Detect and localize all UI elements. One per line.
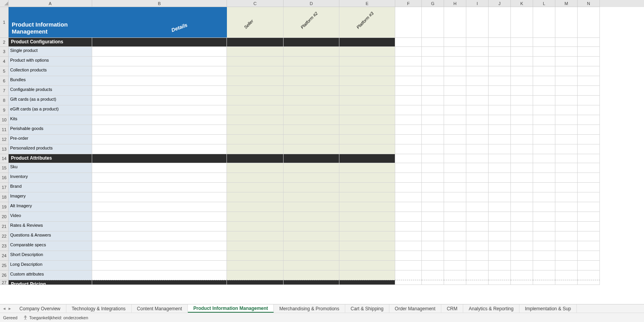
cell[interactable] <box>555 7 578 38</box>
details-cell[interactable] <box>92 115 227 125</box>
cell[interactable] <box>395 96 422 105</box>
platform-cell[interactable] <box>284 202 339 212</box>
cell[interactable] <box>422 202 444 212</box>
cell[interactable] <box>555 280 578 285</box>
platform-cell[interactable] <box>339 183 395 192</box>
cell[interactable] <box>422 212 444 222</box>
platform-cell[interactable] <box>284 125 339 135</box>
cell[interactable] <box>555 115 578 125</box>
details-cell[interactable] <box>92 202 227 212</box>
platform-cell[interactable] <box>227 231 284 241</box>
cell[interactable] <box>489 96 511 105</box>
cell[interactable] <box>511 173 533 183</box>
cell[interactable] <box>511 105 533 115</box>
cell[interactable] <box>511 212 533 222</box>
cell[interactable] <box>395 192 422 202</box>
feature-label[interactable]: Short Description <box>9 251 92 261</box>
cell[interactable] <box>227 154 284 163</box>
cell[interactable] <box>555 105 578 115</box>
feature-label[interactable]: Imagery <box>9 192 92 202</box>
details-cell[interactable] <box>92 144 227 154</box>
cell[interactable] <box>444 241 466 251</box>
cell[interactable] <box>395 231 422 241</box>
cell[interactable] <box>489 47 511 57</box>
cell[interactable] <box>511 241 533 251</box>
cell[interactable] <box>466 231 489 241</box>
platform-cell[interactable] <box>227 144 284 154</box>
feature-label[interactable]: Product with options <box>9 57 92 66</box>
cell[interactable] <box>555 231 578 241</box>
feature-label[interactable]: Sku <box>9 163 92 173</box>
cell[interactable] <box>466 173 489 183</box>
platform-cell[interactable] <box>339 66 395 76</box>
cell[interactable] <box>444 135 466 144</box>
cell[interactable] <box>578 222 600 231</box>
details-cell[interactable] <box>92 173 227 183</box>
cell[interactable] <box>511 183 533 192</box>
platform-cell[interactable] <box>339 192 395 202</box>
platform-cell[interactable] <box>339 144 395 154</box>
platform-cell[interactable] <box>339 231 395 241</box>
cell[interactable] <box>511 251 533 261</box>
row-header-1[interactable]: 1 <box>0 7 9 38</box>
cell[interactable] <box>533 86 555 96</box>
cell[interactable] <box>422 280 444 285</box>
cell[interactable] <box>466 202 489 212</box>
platform-cell[interactable] <box>339 270 395 280</box>
cell[interactable] <box>489 192 511 202</box>
cell[interactable] <box>511 270 533 280</box>
cell[interactable] <box>422 241 444 251</box>
cell[interactable] <box>444 144 466 154</box>
details-cell[interactable] <box>92 47 227 57</box>
cell[interactable] <box>395 125 422 135</box>
cell[interactable] <box>533 135 555 144</box>
row-header-3[interactable]: 3 <box>0 47 9 57</box>
column-header-B[interactable]: B <box>92 0 227 7</box>
column-header-D[interactable]: D <box>284 0 339 7</box>
cell[interactable] <box>578 7 600 38</box>
cell[interactable] <box>533 7 555 38</box>
row-header-2[interactable]: 2 <box>0 38 9 47</box>
feature-label[interactable]: Comparable specs <box>9 241 92 251</box>
platform-cell[interactable] <box>284 105 339 115</box>
platform-cell[interactable] <box>284 76 339 86</box>
row-header-5[interactable]: 5 <box>0 66 9 76</box>
cell[interactable] <box>395 202 422 212</box>
feature-label[interactable]: Questions & Answers <box>9 231 92 241</box>
cell[interactable] <box>395 66 422 76</box>
details-cell[interactable] <box>92 251 227 261</box>
cell[interactable] <box>489 86 511 96</box>
cell[interactable] <box>489 231 511 241</box>
row-header-12[interactable]: 12 <box>0 135 9 144</box>
cell[interactable] <box>284 280 339 285</box>
platform-cell[interactable] <box>339 47 395 57</box>
details-cell[interactable] <box>92 96 227 105</box>
cell[interactable] <box>395 57 422 66</box>
cell[interactable] <box>511 231 533 241</box>
sheet-tab[interactable]: Cart & Shipping <box>345 304 389 313</box>
cell[interactable] <box>555 125 578 135</box>
row-header-7[interactable]: 7 <box>0 86 9 96</box>
platform-cell[interactable] <box>284 86 339 96</box>
cell[interactable] <box>578 66 600 76</box>
feature-label[interactable]: Custom attributes <box>9 270 92 280</box>
cell[interactable] <box>444 115 466 125</box>
column-header-G[interactable]: G <box>422 0 444 7</box>
tab-prev-icon[interactable]: ◄ <box>2 306 6 311</box>
cell[interactable] <box>555 183 578 192</box>
cell[interactable] <box>395 212 422 222</box>
cell[interactable] <box>555 241 578 251</box>
cell[interactable] <box>533 231 555 241</box>
row-header-8[interactable]: 8 <box>0 96 9 105</box>
cell[interactable] <box>489 144 511 154</box>
cell[interactable] <box>466 135 489 144</box>
cell[interactable] <box>555 38 578 47</box>
feature-label[interactable]: Single product <box>9 47 92 57</box>
feature-label[interactable]: Rates & Reviews <box>9 222 92 231</box>
column-header-M[interactable]: M <box>555 0 578 7</box>
cell[interactable] <box>511 96 533 105</box>
details-cell[interactable] <box>92 125 227 135</box>
row-header-26[interactable]: 26 <box>0 270 9 280</box>
feature-label[interactable]: Inventory <box>9 173 92 183</box>
cell[interactable] <box>444 38 466 47</box>
